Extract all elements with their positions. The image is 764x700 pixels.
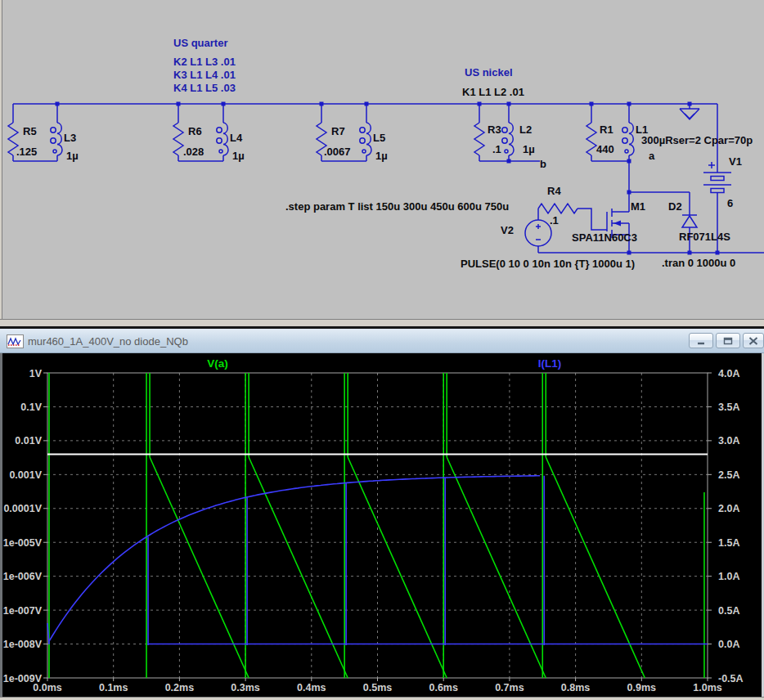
plot-legend: V(a)I(L1): [207, 357, 561, 370]
label-l2-name[interactable]: L2: [519, 123, 532, 136]
minimize-icon: [696, 337, 706, 345]
label-l3-name[interactable]: L3: [64, 132, 76, 144]
coupling-k1[interactable]: K1 L1 L2 .01: [462, 86, 524, 98]
resistor-R3[interactable]: [474, 104, 484, 161]
restore-icon: [723, 337, 733, 345]
label-m1-name[interactable]: M1: [631, 200, 645, 213]
window-gap: [0, 319, 764, 326]
directive-pulse[interactable]: PULSE(0 10 0 10n 10n {T} 1000u 1): [461, 258, 635, 270]
svg-text:1V: 1V: [29, 368, 43, 379]
waveform-titlebar[interactable]: mur460_1A_400V_no diode_NQb: [0, 329, 764, 353]
plot-left-frame: [0, 353, 2, 700]
close-button[interactable]: [743, 333, 764, 348]
svg-text:0.3ms: 0.3ms: [231, 682, 259, 693]
node-label-a[interactable]: a: [649, 150, 654, 162]
close-icon: [749, 337, 758, 345]
label-r6-value[interactable]: .028: [183, 146, 204, 158]
inductor-L2[interactable]: [502, 104, 514, 161]
coupling-k4[interactable]: K4 L1 L5 .03: [173, 82, 236, 94]
svg-text:2.0A: 2.0A: [718, 503, 739, 514]
svg-text:1.0ms: 1.0ms: [693, 682, 721, 693]
label-r4-name[interactable]: R4: [547, 185, 561, 197]
inductor-L4[interactable]: [217, 104, 228, 161]
label-r5-value[interactable]: .125: [16, 146, 37, 158]
legend-il1[interactable]: I(L1): [538, 357, 562, 370]
schematic-canvas[interactable]: US quarter K2 L1 L3 .01 K3 L1 L4 .01 K4 …: [0, 0, 764, 319]
svg-text:2.5A: 2.5A: [718, 469, 739, 481]
label-r3-name[interactable]: R3: [488, 123, 501, 136]
coupling-k3[interactable]: K3 L1 L4 .01: [173, 69, 236, 81]
label-l1-value[interactable]: 300µRser=2 Cpar=70p: [641, 134, 753, 146]
label-r5-name[interactable]: R5: [23, 125, 37, 137]
waveform-window-icon: [7, 334, 24, 348]
label-l4-value[interactable]: 1µ: [232, 150, 245, 162]
coupling-k2[interactable]: K2 L1 L3 .01: [173, 56, 236, 68]
directive-tran[interactable]: .tran 0 1000u 0: [662, 257, 735, 269]
svg-text:0.1V: 0.1V: [20, 402, 42, 413]
svg-text:0.5A: 0.5A: [718, 605, 739, 617]
svg-text:0.8ms: 0.8ms: [561, 682, 590, 693]
inductor-L3[interactable]: [51, 104, 62, 161]
label-r1-value[interactable]: 440: [596, 143, 614, 155]
label-r3-value[interactable]: .1: [492, 143, 501, 155]
inductor-L1[interactable]: [622, 104, 634, 161]
minimize-button[interactable]: [689, 333, 713, 348]
svg-text:1.5A: 1.5A: [718, 537, 739, 549]
resistor-R4[interactable]: [538, 204, 577, 213]
label-l5-value[interactable]: 1µ: [375, 150, 388, 162]
ltspice-application: US quarter K2 L1 L3 .01 K3 L1 L4 .01 K4 …: [0, 0, 764, 700]
waveform-plot-pane[interactable]: 1V0.1V0.01V0.001V0.0001V1e-005V1e-006V1e…: [0, 353, 764, 700]
label-r7-value[interactable]: .0067: [324, 146, 351, 158]
svg-text:0.9ms: 0.9ms: [627, 682, 656, 693]
label-v2-name[interactable]: V2: [501, 224, 514, 236]
inductor-L5[interactable]: [360, 104, 371, 161]
label-r1-name[interactable]: R1: [600, 123, 613, 136]
legend-va[interactable]: V(a): [207, 357, 228, 370]
svg-text:1e-005V: 1e-005V: [3, 537, 43, 549]
label-l5-name[interactable]: L5: [373, 132, 385, 144]
label-v1-value[interactable]: 6: [727, 197, 733, 209]
svg-text:1e-007V: 1e-007V: [3, 605, 43, 617]
mosfet-M1[interactable]: [577, 209, 629, 253]
svg-text:3.0A: 3.0A: [718, 435, 739, 446]
svg-text:0.5ms: 0.5ms: [363, 682, 392, 693]
svg-text:1.0A: 1.0A: [718, 571, 739, 582]
resistor-R1[interactable]: [586, 104, 596, 161]
svg-text:1e-008V: 1e-008V: [3, 639, 43, 650]
plot-grid: [43, 373, 712, 681]
wire-top-bus: [13, 104, 717, 173]
svg-text:0.4ms: 0.4ms: [297, 682, 326, 693]
label-r6-name[interactable]: R6: [188, 125, 202, 137]
voltage-source-V2[interactable]: [525, 209, 551, 253]
label-d2-model[interactable]: RF071L4S: [679, 231, 730, 243]
node-label-b[interactable]: b: [540, 158, 546, 170]
restore-button[interactable]: [716, 333, 740, 348]
svg-text:0.001V: 0.001V: [9, 469, 42, 481]
label-r7-name[interactable]: R7: [331, 125, 345, 137]
label-l2-value[interactable]: 1µ: [523, 143, 535, 155]
label-l3-value[interactable]: 1µ: [66, 150, 79, 162]
svg-text:0.01V: 0.01V: [15, 435, 42, 446]
comment-us-nickel[interactable]: US nickel: [465, 66, 513, 79]
x-axis-labels: 0.0ms0.1ms0.2ms0.3ms0.4ms0.5ms0.6ms0.7ms…: [33, 682, 721, 693]
svg-text:4.0A: 4.0A: [718, 368, 739, 379]
label-m1-model[interactable]: SPA11N60C3: [572, 231, 637, 244]
svg-text:0.1ms: 0.1ms: [99, 682, 128, 693]
svg-text:0.0ms: 0.0ms: [33, 682, 61, 693]
label-d2-name[interactable]: D2: [668, 200, 682, 213]
y-left-labels: 1V0.1V0.01V0.001V0.0001V1e-005V1e-006V1e…: [3, 368, 43, 684]
label-v1-name[interactable]: V1: [729, 155, 742, 168]
waveform-plot: 1V0.1V0.01V0.001V0.0001V1e-005V1e-006V1e…: [0, 353, 764, 697]
label-r4-value[interactable]: .1: [550, 214, 559, 227]
label-l4-name[interactable]: L4: [230, 132, 242, 144]
plot-bottom-frame: [0, 697, 764, 700]
waveform-window-title: mur460_1A_400V_no diode_NQb: [28, 335, 188, 348]
ground-symbol[interactable]: [680, 104, 699, 119]
svg-text:0.2ms: 0.2ms: [165, 682, 194, 693]
resistor-R6[interactable]: [173, 104, 183, 161]
svg-text:1e-006V: 1e-006V: [3, 571, 43, 582]
directive-step[interactable]: .step param T list 150u 300u 450u 600u 7…: [285, 200, 509, 213]
comment-us-quarter[interactable]: US quarter: [173, 37, 227, 49]
svg-text:0.7ms: 0.7ms: [495, 682, 524, 693]
svg-text:0.0A: 0.0A: [718, 639, 739, 650]
